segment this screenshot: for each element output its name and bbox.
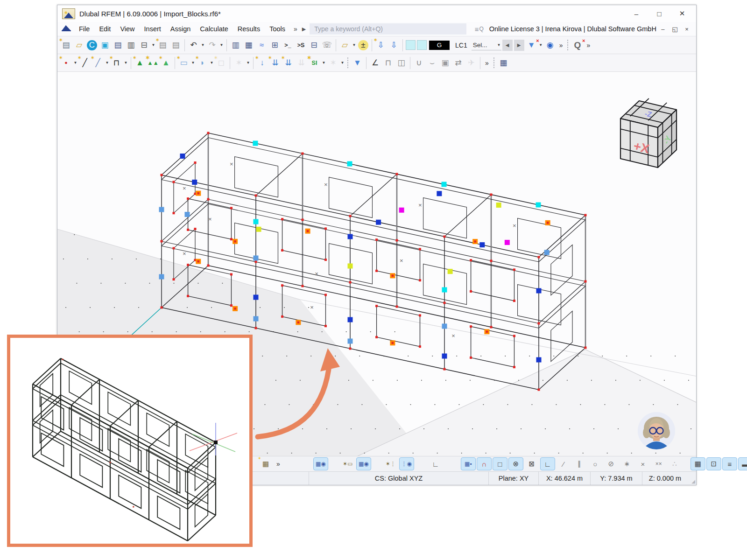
insert-overflow[interactable]: » <box>483 59 491 67</box>
next-load-case-button[interactable]: ▶ <box>514 40 524 51</box>
display-settings-icon[interactable]: ▦✶ <box>258 457 273 470</box>
insert-below-icon[interactable]: ⇩✶ <box>374 39 387 51</box>
colored-marker[interactable] <box>544 250 550 255</box>
lists-icon[interactable]: ⊟ <box>308 39 320 51</box>
panels-icon[interactable]: ⊞ <box>268 39 281 51</box>
resize-grip[interactable]: ◢ <box>688 472 696 485</box>
model-navigator-icon[interactable]: ▤ <box>112 39 124 51</box>
imposed-deformation-icon-dropdown[interactable]: ▼ <box>321 56 326 69</box>
minimize-button[interactable]: – <box>627 7 646 20</box>
previous-load-case-button[interactable]: ◀ <box>502 40 513 51</box>
node-marker[interactable] <box>230 304 233 307</box>
node-marker[interactable] <box>349 215 352 217</box>
colored-marker[interactable] <box>437 191 442 196</box>
node-marker[interactable] <box>538 322 540 325</box>
snap-nearest-icon[interactable]: ∕ <box>556 457 571 470</box>
node-marker[interactable] <box>281 284 283 287</box>
colored-marker[interactable] <box>399 208 404 213</box>
maximize-button[interactable]: □ <box>650 7 669 20</box>
colored-marker[interactable] <box>185 212 190 217</box>
grid-visibility-icon[interactable]: ▦◉ <box>313 457 328 470</box>
node-marker[interactable] <box>419 248 421 250</box>
menu-file[interactable]: File <box>74 24 94 34</box>
walk-through-icon[interactable]: ⇄ <box>452 56 465 69</box>
colored-marker[interactable] <box>442 182 447 187</box>
redo-icon[interactable]: ↷ <box>206 39 218 51</box>
close-button[interactable]: ✕ <box>673 7 691 20</box>
menu-tools[interactable]: Tools <box>265 24 290 34</box>
node-marker[interactable] <box>255 195 257 197</box>
node-marker[interactable] <box>396 306 398 308</box>
colored-marker[interactable] <box>253 141 258 146</box>
undo-icon[interactable]: ↶ <box>187 39 200 51</box>
selection-box-icon[interactable]: ⊡ <box>706 457 721 470</box>
new-line-icon[interactable]: ╱✶ <box>78 56 91 69</box>
node-marker[interactable] <box>444 302 446 304</box>
node-marker[interactable] <box>187 295 189 297</box>
colored-marker[interactable] <box>254 219 259 224</box>
background-grid-icon[interactable]: ▦ <box>691 457 705 470</box>
load-wizard-icon-dropdown[interactable]: ▼ <box>340 56 345 69</box>
section-icon[interactable]: ⊓ <box>382 56 395 69</box>
snap-center-icon[interactable]: ⊗ <box>508 457 523 470</box>
import-blocks-icon[interactable]: ▣ <box>99 39 111 51</box>
node-marker[interactable] <box>444 368 446 371</box>
node-marker[interactable] <box>375 270 378 272</box>
node-marker[interactable] <box>173 212 175 214</box>
node-marker[interactable] <box>324 259 327 261</box>
report-icon[interactable]: ▤ <box>169 39 182 51</box>
node-marker[interactable] <box>255 327 257 329</box>
search-filter-icon[interactable]: ≡Q <box>475 25 484 33</box>
node-marker[interactable] <box>513 366 515 368</box>
colored-marker[interactable] <box>536 288 542 294</box>
menu-overflow[interactable]: » <box>291 25 300 33</box>
search-input[interactable] <box>310 23 466 35</box>
node-marker[interactable] <box>419 314 421 316</box>
node-marker[interactable] <box>161 174 163 176</box>
fly-mode-icon[interactable]: ✈ <box>465 56 478 69</box>
menu-results[interactable]: Results <box>233 24 265 34</box>
colored-marker[interactable] <box>348 339 353 344</box>
guidelines-visibility-icon[interactable]: ⋮◉ <box>399 457 414 470</box>
node-marker[interactable] <box>375 305 378 307</box>
snap-cross-icon[interactable]: ×× <box>651 457 666 470</box>
animation-icon[interactable]: ◫ <box>395 56 408 69</box>
new-modification-icon-dropdown[interactable]: ▼ <box>246 56 251 69</box>
snap-overflow[interactable]: » <box>274 460 282 468</box>
node-marker[interactable] <box>375 336 378 338</box>
node-marker[interactable] <box>187 229 189 231</box>
node-marker[interactable] <box>490 194 493 196</box>
new-surface-icon[interactable]: ▭✶ <box>177 56 190 69</box>
clear-filter-icon[interactable]: ▼× <box>525 39 538 51</box>
colored-marker[interactable] <box>180 154 185 159</box>
grid-points-icon[interactable]: ▦◉ <box>356 457 371 470</box>
menu-assign[interactable]: Assign <box>166 24 196 34</box>
node-marker[interactable] <box>396 173 398 175</box>
layers-icon[interactable]: ≡ <box>722 457 737 470</box>
new-supports-icon[interactable]: ▲▲✶ <box>147 56 159 69</box>
node-marker[interactable] <box>490 260 493 262</box>
node-marker[interactable] <box>538 256 540 259</box>
find-deselect-icon[interactable]: Q× <box>571 39 584 51</box>
node-marker[interactable] <box>324 227 327 230</box>
node-marker[interactable] <box>585 280 587 283</box>
menu-view[interactable]: View <box>115 24 139 34</box>
load-case-label[interactable]: LC1 <box>451 42 471 49</box>
colored-marker[interactable] <box>254 316 259 322</box>
node-marker[interactable] <box>470 325 472 328</box>
colored-marker[interactable] <box>348 234 353 239</box>
node-marker[interactable] <box>194 228 197 230</box>
snap-perpendicular-icon[interactable]: ∟ <box>540 457 555 470</box>
node-marker[interactable] <box>194 161 197 164</box>
snap-points-icon[interactable]: ∴ <box>667 457 682 470</box>
new-model-icon[interactable]: ▤✶ <box>60 39 72 51</box>
node-marker[interactable] <box>419 345 421 348</box>
undo-icon-dropdown[interactable]: ▼ <box>200 39 205 51</box>
object-snap-icon[interactable]: ∩ <box>477 457 492 470</box>
new-polyline-icon-dropdown[interactable]: ▼ <box>123 56 128 69</box>
node-marker[interactable] <box>207 265 210 267</box>
print-icon[interactable]: ⊟ <box>138 39 150 51</box>
snap-parallel-icon[interactable]: ∥ <box>572 457 587 470</box>
snap-quadrant-icon[interactable]: ⊘ <box>604 457 619 470</box>
colored-marker[interactable] <box>442 354 447 359</box>
